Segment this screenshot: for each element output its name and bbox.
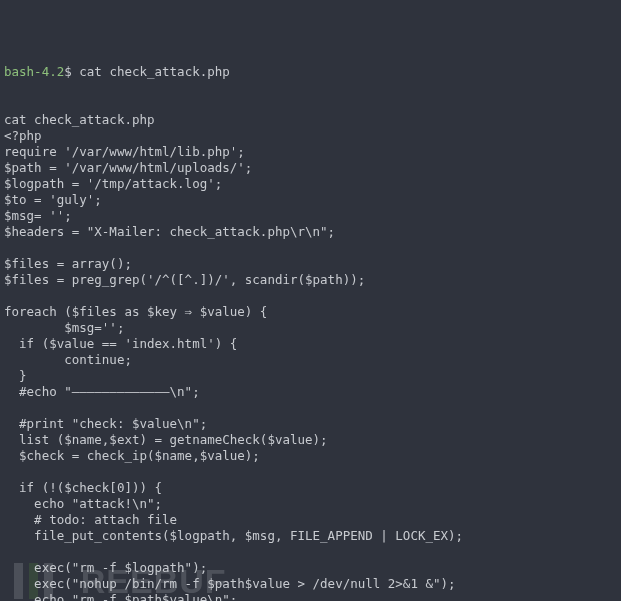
code-line: [4, 288, 617, 304]
code-line: file_put_contents($logpath, $msg, FILE_A…: [4, 528, 617, 544]
code-line: $check = check_ip($name,$value);: [4, 448, 617, 464]
code-line: $msg= '';: [4, 208, 617, 224]
code-line: continue;: [4, 352, 617, 368]
prompt-separator: $: [64, 64, 79, 79]
code-line: $msg='';: [4, 320, 617, 336]
code-line: [4, 464, 617, 480]
code-line: [4, 400, 617, 416]
code-line: # todo: attach file: [4, 512, 617, 528]
code-line: if (!($check[0])) {: [4, 480, 617, 496]
code-line: [4, 544, 617, 560]
code-line: require '/var/www/html/lib.php';: [4, 144, 617, 160]
prompt-line: bash-4.2$ cat check_attack.php: [4, 64, 617, 80]
code-line: list ($name,$ext) = getnameCheck($value)…: [4, 432, 617, 448]
code-line: <?php: [4, 128, 617, 144]
code-line: exec("rm -f $logpath");: [4, 560, 617, 576]
code-line: $path = '/var/www/html/uploads/';: [4, 160, 617, 176]
code-line: exec("nohup /bin/rm -f $path$value > /de…: [4, 576, 617, 592]
code-line: $logpath = '/tmp/attack.log';: [4, 176, 617, 192]
code-line: $files = preg_grep('/^([^.])/', scandir(…: [4, 272, 617, 288]
code-line: cat check_attack.php: [4, 112, 617, 128]
code-line: $headers = "X-Mailer: check_attack.php\r…: [4, 224, 617, 240]
code-line: $to = 'guly';: [4, 192, 617, 208]
shell-name: bash-4.2: [4, 64, 64, 79]
terminal-output[interactable]: bash-4.2$ cat check_attack.php cat check…: [0, 0, 621, 601]
code-line: echo "rm -f $path$value\n";: [4, 592, 617, 601]
code-line: $files = array();: [4, 256, 617, 272]
code-line: [4, 240, 617, 256]
typed-command: cat check_attack.php: [79, 64, 230, 79]
code-line: if ($value == 'index.html') {: [4, 336, 617, 352]
code-line: #print "check: $value\n";: [4, 416, 617, 432]
code-line: echo "attack!\n";: [4, 496, 617, 512]
code-line: }: [4, 368, 617, 384]
code-line: #echo "—————————————\n";: [4, 384, 617, 400]
file-contents: cat check_attack.php<?phprequire '/var/w…: [4, 112, 617, 601]
code-line: foreach ($files as $key ⇒ $value) {: [4, 304, 617, 320]
